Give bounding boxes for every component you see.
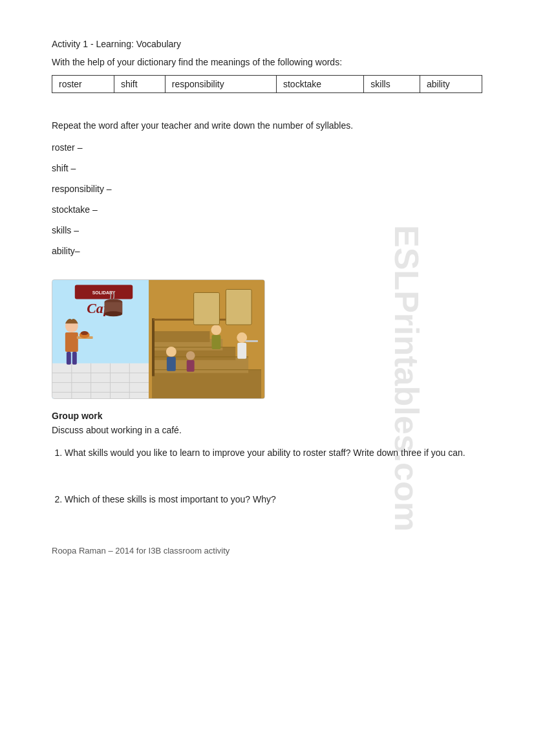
- dictionary-instruction: With the help of your dictionary find th…: [52, 57, 482, 67]
- svg-point-37: [211, 325, 222, 335]
- vocab-cell-stocktake: stocktake: [276, 76, 363, 93]
- word-line-shift: shift –: [52, 163, 482, 173]
- word-line-skills: skills –: [52, 225, 482, 235]
- svg-rect-27: [152, 331, 209, 342]
- cafe-image: SOLIDARY Café: [52, 279, 265, 399]
- svg-rect-43: [226, 289, 251, 325]
- svg-rect-1: [52, 363, 149, 399]
- questions-list: What skills would you like to learn to i…: [65, 446, 482, 507]
- svg-rect-41: [245, 340, 258, 342]
- vocab-cell-shift: shift: [114, 76, 165, 93]
- svg-point-19: [81, 331, 89, 335]
- svg-rect-38: [211, 335, 220, 349]
- svg-rect-40: [237, 343, 246, 359]
- vocab-cell-roster: roster: [52, 76, 114, 93]
- svg-rect-36: [187, 360, 195, 372]
- svg-rect-16: [65, 332, 78, 352]
- svg-point-35: [186, 351, 195, 360]
- svg-rect-42: [194, 292, 220, 325]
- svg-rect-34: [167, 357, 176, 371]
- svg-rect-20: [67, 352, 71, 365]
- vocab-cell-responsibility: responsibility: [165, 76, 276, 93]
- svg-point-14: [105, 311, 123, 316]
- svg-rect-23: [152, 370, 261, 399]
- word-line-responsibility: responsibility –: [52, 184, 482, 194]
- vocab-cell-skills: skills: [364, 76, 420, 93]
- activity-title: Activity 1 - Learning: Vocabulary: [52, 39, 482, 49]
- word-line-stocktake: stocktake –: [52, 204, 482, 215]
- question-1: What skills would you like to learn to i…: [65, 446, 482, 460]
- group-work-label: Group work: [52, 411, 482, 421]
- question-2: Which of these skills is most important …: [65, 492, 482, 506]
- footer: Roopa Raman – 2014 for I3B classroom act…: [52, 546, 482, 556]
- svg-text:SOLIDARY: SOLIDARY: [92, 290, 116, 295]
- svg-rect-31: [152, 318, 155, 376]
- page: ESLPrintables.com Activity 1 - Learning:…: [52, 39, 482, 556]
- vocab-row: roster shift responsibility stocktake sk…: [52, 76, 482, 93]
- word-line-roster: roster –: [52, 142, 482, 153]
- cafe-illustration: SOLIDARY Café: [52, 279, 264, 399]
- svg-rect-21: [72, 352, 77, 365]
- repeat-instruction: Repeat the word after your teacher and w…: [52, 120, 482, 131]
- vocabulary-table: roster shift responsibility stocktake sk…: [52, 75, 482, 93]
- discuss-text: Discuss about working in a café.: [52, 425, 482, 435]
- svg-point-33: [166, 347, 176, 357]
- vocab-cell-ability: ability: [420, 76, 482, 93]
- word-line-ability: ability–: [52, 246, 482, 256]
